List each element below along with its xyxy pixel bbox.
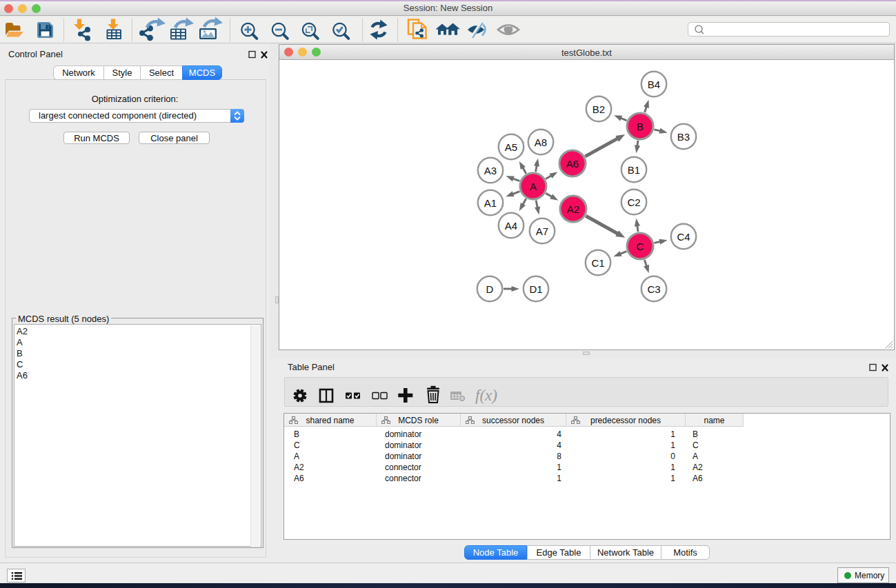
svg-text:A1: A1 — [484, 197, 497, 209]
svg-text:A3: A3 — [484, 165, 497, 176]
svg-text:C4: C4 — [677, 231, 690, 243]
svg-text:A8: A8 — [535, 136, 547, 148]
svg-text:D1: D1 — [529, 283, 542, 295]
svg-text:B: B — [637, 121, 644, 132]
svg-text:B4: B4 — [648, 79, 660, 90]
svg-text:C: C — [637, 241, 644, 252]
svg-text:B3: B3 — [677, 131, 690, 143]
svg-text:A: A — [530, 181, 537, 192]
svg-text:A4: A4 — [505, 220, 517, 232]
svg-text:C1: C1 — [591, 257, 604, 269]
svg-text:A7: A7 — [536, 225, 548, 237]
svg-text:D: D — [486, 283, 494, 295]
svg-text:C3: C3 — [647, 283, 660, 295]
svg-text:f(x): f(x) — [475, 387, 497, 404]
svg-text:C2: C2 — [627, 196, 640, 208]
svg-text:A6: A6 — [566, 158, 579, 170]
svg-text:A5: A5 — [505, 141, 517, 153]
svg-text:A2: A2 — [567, 203, 579, 215]
svg-text:B1: B1 — [628, 164, 640, 176]
svg-text:B2: B2 — [593, 103, 605, 115]
